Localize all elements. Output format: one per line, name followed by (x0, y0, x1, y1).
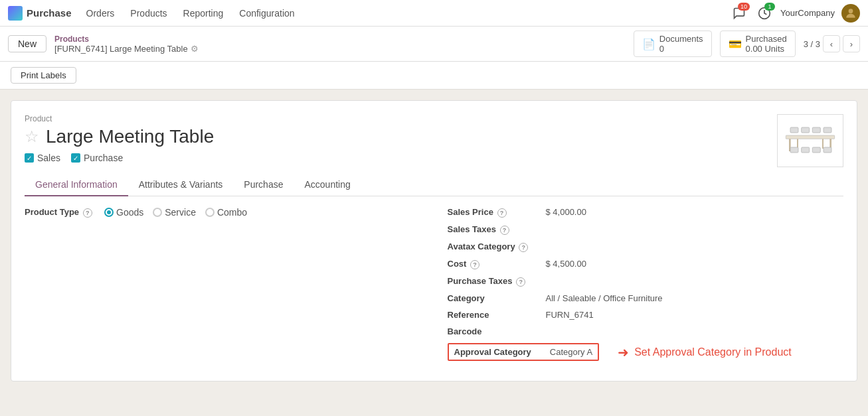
svg-rect-6 (822, 139, 824, 149)
category-value[interactable]: All / Saleable / Office Furniture (546, 293, 663, 303)
svg-rect-12 (802, 147, 810, 153)
sales-taxes-help-icon[interactable]: ? (500, 226, 509, 235)
service-option[interactable]: Service (153, 207, 196, 218)
documents-button[interactable]: 📄 Documents 0 (634, 31, 712, 57)
breadcrumb-parent-link[interactable]: Products (54, 35, 199, 44)
product-title: Large Meeting Table (46, 126, 214, 147)
goods-option[interactable]: Goods (104, 207, 143, 218)
combo-radio[interactable] (205, 208, 215, 217)
product-type-options: Goods Service Combo (104, 207, 247, 218)
purchase-taxes-label: Purchase Taxes ? (448, 276, 541, 287)
approval-category-highlight: Approval Category Category A (448, 343, 600, 361)
product-type-help-icon[interactable]: ? (83, 208, 92, 218)
avatax-row: Avatax Category ? (448, 242, 844, 252)
company-name[interactable]: YourCompany (780, 8, 835, 18)
cost-value[interactable]: $ 4,500.00 (546, 259, 586, 269)
prev-page-button[interactable]: ‹ (823, 35, 840, 52)
category-row: Category All / Saleable / Office Furnitu… (448, 293, 844, 303)
cost-row: Cost ? $ 4,500.00 (448, 259, 844, 269)
sales-price-value[interactable]: $ 4,000.00 (546, 207, 586, 217)
chat-icon-btn[interactable]: 10 (730, 4, 748, 23)
combo-label: Combo (217, 207, 247, 218)
content-grid: Product Type ? Goods Service (25, 207, 843, 368)
sales-price-row: Sales Price ? $ 4,000.00 (448, 207, 844, 218)
purchase-checkbox[interactable] (71, 153, 80, 163)
service-label: Service (165, 207, 196, 218)
svg-rect-11 (790, 147, 798, 153)
left-column: Product Type ? Goods Service (25, 207, 434, 368)
tab-attributes-variants[interactable]: Attributes & Variants (128, 174, 234, 196)
nav-items: Orders Products Reporting Configuration (80, 5, 731, 21)
svg-rect-7 (790, 127, 798, 133)
nav-products[interactable]: Products (124, 5, 173, 21)
purchase-check[interactable]: Purchase (71, 153, 123, 163)
top-nav-right: 10 1 YourCompany (730, 4, 860, 23)
purchased-label-main: Purchased (746, 34, 787, 44)
documents-label: Documents 0 (659, 34, 703, 54)
purchased-icon: 💳 (729, 38, 742, 50)
nav-configuration[interactable]: Configuration (232, 5, 301, 21)
sales-price-help-icon[interactable]: ? (497, 208, 507, 218)
pagination-text: 3 / 3 (804, 39, 820, 49)
tab-general-information[interactable]: General Information (25, 174, 128, 196)
goods-label: Goods (116, 207, 143, 218)
print-labels-button[interactable]: Print Labels (11, 67, 76, 84)
goods-radio[interactable] (104, 208, 114, 217)
purchased-button[interactable]: 💳 Purchased 0.00 Units (720, 31, 796, 57)
pagination: 3 / 3 ‹ › (804, 35, 860, 52)
svg-point-1 (849, 9, 853, 13)
tab-purchase[interactable]: Purchase (233, 174, 294, 196)
approval-category-label: Approval Category (454, 347, 531, 357)
action-bar: Print Labels (0, 62, 868, 90)
cost-help-icon[interactable]: ? (470, 260, 479, 269)
breadcrumb-current: [FURN_6741] Large Meeting Table ⚙ (54, 44, 199, 54)
product-title-row: ☆ Large Meeting Table (25, 126, 843, 147)
nav-reporting[interactable]: Reporting (177, 5, 230, 21)
product-card: Product ☆ Large Meeting Table Sales Purc… (11, 100, 857, 381)
product-image[interactable] (777, 114, 843, 167)
purchase-taxes-row: Purchase Taxes ? (448, 276, 844, 287)
sales-checkbox[interactable] (25, 153, 34, 163)
barcode-label: Barcode (448, 326, 541, 336)
svg-rect-2 (786, 135, 834, 139)
logo[interactable]: Purchase (8, 6, 72, 21)
next-page-button[interactable]: › (843, 35, 860, 52)
approval-category-row: Approval Category Category A ➜ Set Appro… (448, 343, 844, 361)
new-button[interactable]: New (8, 35, 46, 52)
top-nav: Purchase Orders Products Reporting Confi… (0, 0, 868, 27)
approval-category-value[interactable]: Category A (550, 347, 592, 357)
timer-badge: 1 (764, 3, 775, 11)
breadcrumb-right: 📄 Documents 0 💳 Purchased 0.00 Units 3 /… (634, 31, 860, 57)
app-title: Purchase (27, 7, 72, 19)
avatax-label: Avatax Category ? (448, 242, 541, 252)
category-label: Category (448, 293, 541, 303)
red-arrow-icon: ➜ (618, 344, 629, 360)
right-column: Sales Price ? $ 4,000.00 Sales Taxes ? A… (434, 207, 844, 368)
favorite-icon[interactable]: ☆ (25, 127, 39, 146)
purchased-value: 0.00 Units (746, 44, 787, 54)
user-avatar[interactable] (841, 4, 860, 23)
barcode-row: Barcode (448, 326, 844, 336)
breadcrumb-bar: New Products [FURN_6741] Large Meeting T… (0, 27, 868, 62)
sales-check[interactable]: Sales (25, 153, 60, 163)
svg-rect-8 (802, 127, 810, 133)
reference-value[interactable]: FURN_6741 (546, 310, 594, 320)
product-label: Product (25, 114, 843, 123)
purchase-taxes-help-icon[interactable]: ? (516, 277, 525, 287)
main-content: Product ☆ Large Meeting Table Sales Purc… (0, 90, 868, 392)
reference-label: Reference (448, 310, 541, 320)
breadcrumb-current-text: [FURN_6741] Large Meeting Table (54, 44, 188, 54)
combo-option[interactable]: Combo (205, 207, 247, 218)
service-radio[interactable] (153, 208, 162, 217)
sales-taxes-row: Sales Taxes ? (448, 224, 844, 235)
timer-icon-btn[interactable]: 1 (755, 4, 774, 23)
nav-orders[interactable]: Orders (80, 5, 122, 21)
gear-icon[interactable]: ⚙ (191, 44, 199, 54)
tab-accounting[interactable]: Accounting (294, 174, 361, 196)
documents-count: 0 (659, 44, 703, 54)
avatax-help-icon[interactable]: ? (519, 243, 528, 252)
purchase-label: Purchase (84, 153, 123, 163)
annotation-text: Set Approval Category in Product (634, 346, 792, 358)
logo-icon (8, 6, 23, 21)
documents-label-main: Documents (659, 34, 703, 44)
